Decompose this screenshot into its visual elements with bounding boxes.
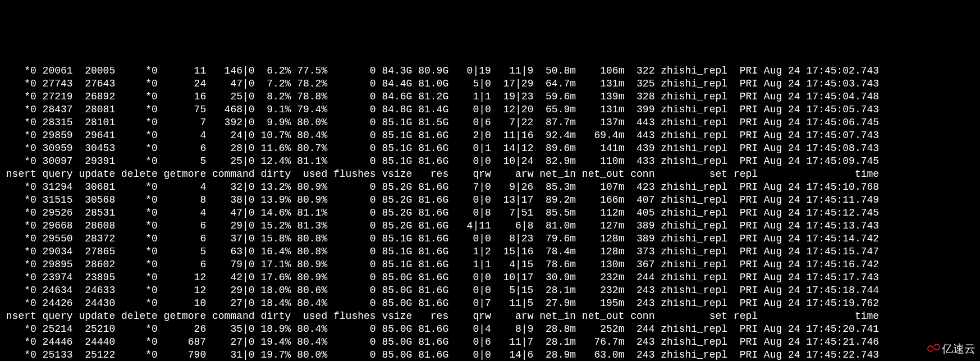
- data-cell: 14|12: [491, 142, 534, 155]
- data-cell: 85.0G: [376, 336, 413, 349]
- data-cell: 84.6G: [376, 90, 413, 103]
- data-cell: PRI: [727, 207, 758, 220]
- data-cell: 18.0%: [255, 284, 291, 297]
- header-cell: arw: [491, 168, 534, 181]
- data-row: *02444624440*068727|019.4%80.4%085.0G81.…: [0, 336, 980, 349]
- data-cell: 131m: [576, 77, 624, 90]
- data-cell: 0: [327, 77, 375, 90]
- data-cell: 9.9%: [255, 116, 291, 129]
- header-row: nsertqueryupdatedeletegetmorecommanddirt…: [0, 168, 980, 181]
- data-cell: PRI: [727, 129, 758, 142]
- data-cell: 0|0: [448, 155, 491, 168]
- data-cell: 63.0m: [576, 349, 624, 361]
- data-cell: 12: [158, 271, 206, 284]
- data-cell: 5: [158, 155, 206, 168]
- data-cell: 13.9%: [255, 194, 291, 207]
- data-row: *02513325122*079031|019.7%80.0%085.0G81.…: [0, 349, 980, 361]
- data-row: *02831528101*07392|09.9%80.0%085.1G81.5G…: [0, 116, 980, 129]
- data-cell: 28081: [73, 103, 116, 116]
- data-cell: 92.4m: [533, 129, 576, 142]
- data-cell: *0: [115, 194, 158, 207]
- data-cell: 137m: [576, 116, 624, 129]
- data-cell: 81.6G: [412, 284, 448, 297]
- data-row: *02966828608*0629|015.2%81.3%085.2G81.6G…: [0, 220, 980, 232]
- data-cell: 107m: [576, 181, 624, 194]
- data-cell: Aug 24 17:45:05.743: [758, 103, 879, 116]
- data-cell: 81.6G: [412, 336, 448, 349]
- data-cell: 232m: [576, 284, 624, 297]
- data-cell: 5: [158, 245, 206, 258]
- data-cell: 0: [327, 258, 375, 271]
- header-cell: repl: [727, 168, 758, 181]
- data-cell: 19.4%: [255, 336, 291, 349]
- data-cell: 389: [624, 232, 654, 245]
- data-cell: 80.7%: [291, 142, 327, 155]
- data-cell: 14|6: [491, 349, 534, 361]
- data-cell: 367: [624, 258, 654, 271]
- data-cell: 195m: [576, 297, 624, 310]
- data-cell: Aug 24 17:45:10.768: [758, 181, 879, 194]
- data-cell: 78.8%: [291, 90, 327, 103]
- data-cell: 25|0: [206, 90, 254, 103]
- data-cell: 0: [327, 245, 375, 258]
- data-cell: Aug 24 17:45:03.743: [758, 77, 879, 90]
- data-cell: 47|0: [206, 77, 254, 90]
- data-cell: 81.5G: [412, 116, 448, 129]
- data-cell: 2|0: [448, 129, 491, 142]
- data-cell: 85.5m: [533, 207, 576, 220]
- data-cell: 11: [158, 65, 206, 77]
- data-cell: 29859: [36, 129, 73, 142]
- data-row: *03129430681*0432|013.2%80.9%085.2G81.6G…: [0, 181, 980, 194]
- data-cell: 30681: [73, 181, 116, 194]
- data-cell: 29|0: [206, 284, 254, 297]
- data-cell: 28602: [73, 258, 116, 271]
- data-cell: 27|0: [206, 336, 254, 349]
- header-cell: time: [758, 310, 879, 323]
- data-cell: *0: [0, 232, 36, 245]
- data-cell: 244: [624, 271, 654, 284]
- data-cell: Aug 24 17:45:13.743: [758, 220, 879, 232]
- data-cell: PRI: [727, 103, 758, 116]
- data-cell: 32|0: [206, 181, 254, 194]
- data-cell: zhishi_repl: [654, 323, 727, 336]
- header-cell: getmore: [158, 310, 206, 323]
- data-cell: 84.3G: [376, 65, 413, 77]
- data-cell: *0: [0, 323, 36, 336]
- data-cell: *0: [0, 349, 36, 361]
- data-cell: 0|4: [448, 323, 491, 336]
- data-cell: 6: [158, 258, 206, 271]
- header-cell: command: [206, 310, 254, 323]
- data-row: *02006120005*011146|06.2%77.5%084.3G80.9…: [0, 65, 980, 77]
- data-cell: 405: [624, 207, 654, 220]
- data-cell: 5|0: [448, 77, 491, 90]
- data-cell: 8|23: [491, 232, 534, 245]
- data-cell: 84.4G: [376, 77, 413, 90]
- data-cell: 81.6G: [412, 207, 448, 220]
- data-cell: 8|9: [491, 323, 534, 336]
- data-cell: 85.1G: [376, 142, 413, 155]
- data-cell: 0: [327, 271, 375, 284]
- data-cell: *0: [0, 336, 36, 349]
- data-cell: 7.2%: [255, 77, 291, 90]
- data-row: *02952628531*0447|014.6%81.1%085.2G81.6G…: [0, 207, 980, 220]
- data-cell: 0|0: [448, 194, 491, 207]
- data-cell: 85.1G: [376, 245, 413, 258]
- data-cell: 23895: [73, 271, 116, 284]
- header-cell: net_out: [576, 168, 624, 181]
- data-cell: 30.9m: [533, 271, 576, 284]
- data-cell: 26892: [73, 90, 116, 103]
- data-cell: 131m: [576, 103, 624, 116]
- data-cell: *0: [0, 207, 36, 220]
- data-cell: zhishi_repl: [654, 207, 727, 220]
- header-cell: repl: [727, 310, 758, 323]
- data-cell: PRI: [727, 284, 758, 297]
- data-cell: 9.1%: [255, 103, 291, 116]
- data-cell: 28315: [36, 116, 73, 129]
- data-cell: 79.4%: [291, 103, 327, 116]
- data-cell: 11|9: [491, 65, 534, 77]
- data-row: *02721926892*01625|08.2%78.8%084.6G81.2G…: [0, 90, 980, 103]
- data-cell: PRI: [727, 142, 758, 155]
- data-row: *02843728081*075468|09.1%79.4%084.8G81.4…: [0, 103, 980, 116]
- data-cell: 81.6G: [412, 258, 448, 271]
- header-cell: query: [36, 310, 73, 323]
